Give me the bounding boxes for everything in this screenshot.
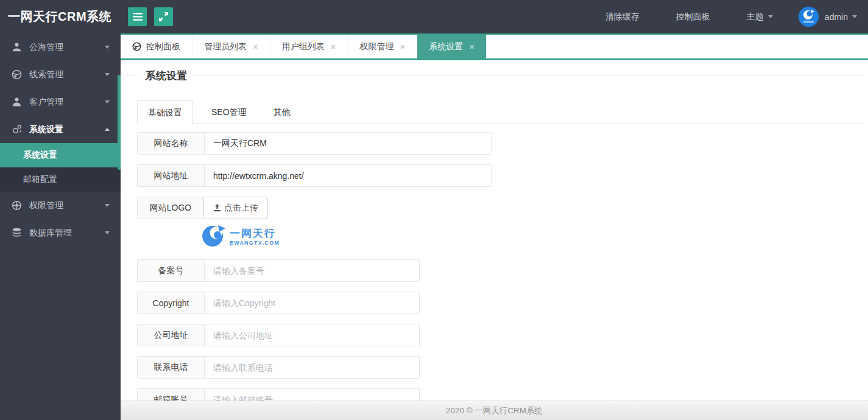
sidebar-item-permissions[interactable]: 权限管理 (0, 192, 121, 219)
sidebar-item-label: 权限管理 (29, 200, 63, 211)
chevron-down-icon (105, 100, 110, 103)
upload-icon (213, 204, 221, 212)
tab-dashboard[interactable]: 控制面板 (121, 35, 192, 58)
main-area: 控制面板 管理员列表 × 用户组列表 × 权限管理 × 系统设置 × (121, 33, 868, 420)
hamburger-icon (133, 13, 143, 21)
theme-dropdown[interactable]: 主题 (747, 12, 773, 23)
icp-input[interactable] (205, 260, 419, 281)
footer: 2020 © 一网天行CRM系统 (121, 401, 868, 420)
field-label: 网站地址 (138, 165, 205, 186)
avatar[interactable] (799, 7, 819, 27)
sidebar-item-label: 客户管理 (29, 97, 63, 108)
logo-text: 一网天行 EWANGTX.COM (230, 228, 280, 246)
sidebar-subitem-system-settings[interactable]: 系统设置 (0, 143, 121, 167)
form-row-company-address: 公司地址 (137, 324, 420, 346)
form-row-site-name: 网站名称 (137, 132, 492, 155)
sidebar-item-label: 公海管理 (29, 42, 63, 53)
chevron-down-icon (768, 15, 773, 18)
site-name-input[interactable] (205, 133, 491, 154)
close-icon[interactable]: × (400, 42, 406, 51)
site-logo-image: 一网天行 EWANGTX.COM (201, 223, 863, 250)
sidebar-item-label: 线索管理 (29, 69, 63, 80)
field-label: 备案号 (138, 260, 205, 281)
chevron-down-icon (852, 15, 857, 18)
page-content: 系统设置 基础设置 SEO管理 其他 网站名称 网站地址 网 (121, 60, 868, 420)
close-icon[interactable]: × (469, 42, 475, 51)
chevron-down-icon (105, 204, 110, 207)
person-icon (11, 97, 22, 107)
close-icon[interactable]: × (253, 42, 258, 51)
form-row-site-url: 网站地址 (137, 164, 492, 187)
fullscreen-button[interactable] (154, 7, 173, 26)
tab-seo[interactable]: SEO管理 (202, 100, 256, 124)
page-title-block: 系统设置 (125, 69, 863, 83)
fullscreen-icon (159, 12, 168, 21)
chevron-down-icon (105, 73, 110, 76)
sidebar: 公海管理 线索管理 客户管理 (0, 33, 121, 420)
tab-basic-settings[interactable]: 基础设置 (137, 100, 193, 124)
database-icon (11, 228, 22, 238)
company-address-input[interactable] (205, 324, 419, 346)
tab-user-group-list[interactable]: 用户组列表 × (270, 35, 348, 58)
footer-text: 2020 © 一网天行CRM系统 (446, 406, 543, 415)
site-url-input[interactable] (205, 165, 491, 186)
field-label: Copyright (138, 292, 205, 313)
sidebar-item-leads[interactable]: 线索管理 (0, 61, 121, 88)
sidebar-item-label: 数据库管理 (29, 228, 72, 239)
form-row-contact-phone: 联系电话 (137, 356, 420, 379)
field-label: 网站名称 (138, 133, 205, 154)
top-header: 一网天行CRM系统 清除缓存 控制面板 主题 (0, 0, 868, 33)
logo-domain: EWANGTX.COM (230, 240, 280, 246)
globe-icon (132, 42, 141, 51)
user-dropdown[interactable]: admin (825, 12, 857, 22)
app-title: 一网天行CRM系统 (0, 9, 121, 25)
sidebar-toggle-button[interactable] (128, 7, 147, 26)
sidebar-item-public-sea[interactable]: 公海管理 (0, 33, 121, 61)
field-label: 公司地址 (138, 324, 205, 346)
divider (194, 75, 863, 76)
header-actions: 清除缓存 控制面板 主题 admin (605, 0, 868, 33)
divider (125, 75, 138, 76)
chevron-down-icon (105, 231, 110, 234)
chevron-down-icon (105, 46, 110, 49)
form-row-copyright: Copyright (137, 292, 420, 314)
tab-other[interactable]: 其他 (264, 100, 300, 124)
form-row-icp: 备案号 (137, 259, 420, 282)
tab-permissions[interactable]: 权限管理 × (348, 35, 418, 58)
field-label: 联系电话 (138, 357, 205, 378)
form-row-site-logo: 网站LOGO 点击上传 (137, 197, 863, 219)
crm-app: 一网天行CRM系统 清除缓存 控制面板 主题 (0, 0, 868, 420)
sidebar-item-database[interactable]: 数据库管理 (0, 219, 121, 247)
sidebar-item-label: 系统设置 (29, 124, 63, 135)
tab-system-settings[interactable]: 系统设置 × (417, 35, 487, 58)
user-icon (11, 42, 22, 52)
upload-button[interactable]: 点击上传 (203, 197, 268, 219)
basic-settings-form: 网站名称 网站地址 网站LOGO (137, 132, 863, 411)
field-label: 网站LOGO (137, 197, 204, 219)
sidebar-scrollbar-thumb[interactable] (118, 75, 121, 170)
page-title: 系统设置 (146, 69, 187, 83)
settings-tabs: 基础设置 SEO管理 其他 (137, 100, 863, 124)
globe-icon (11, 69, 22, 80)
clear-cache-link[interactable]: 清除缓存 (605, 12, 640, 23)
open-tabs-bar: 控制面板 管理员列表 × 用户组列表 × 权限管理 × 系统设置 × (121, 33, 868, 60)
wheel-icon (11, 200, 22, 211)
control-panel-link[interactable]: 控制面板 (676, 12, 710, 23)
tab-admin-list[interactable]: 管理员列表 × (192, 35, 270, 58)
sidebar-item-system-settings[interactable]: 系统设置 (0, 116, 121, 143)
contact-phone-input[interactable] (205, 357, 419, 378)
sidebar-subitem-mail-config[interactable]: 邮箱配置 (0, 167, 121, 192)
chevron-up-icon (105, 128, 110, 131)
copyright-input[interactable] (205, 292, 419, 313)
close-icon[interactable]: × (331, 42, 336, 51)
sidebar-item-customers[interactable]: 客户管理 (0, 88, 121, 116)
logo-name: 一网天行 (230, 228, 280, 240)
gear-icon (11, 124, 22, 135)
ewangtx-logo-icon (201, 223, 225, 250)
